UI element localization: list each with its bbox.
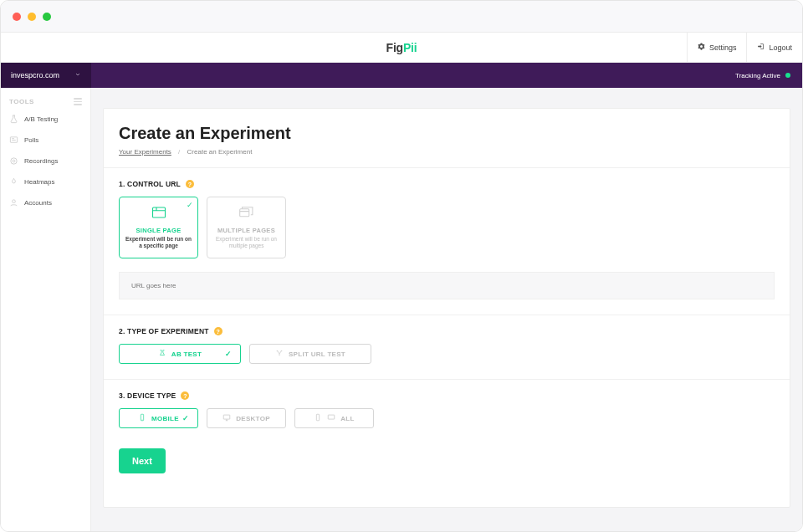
settings-label: Settings: [709, 43, 737, 52]
breadcrumb: Your Experiments / Create an Experiment: [119, 148, 775, 156]
sidebar-item-polls[interactable]: Polls: [1, 130, 90, 151]
option-ab-test[interactable]: AB TEST ✓: [119, 344, 241, 364]
sidebar-heading-label: TOOLS: [9, 98, 34, 105]
header-right: Settings Logout: [687, 33, 802, 63]
option-label: AB TEST: [171, 350, 202, 358]
svg-rect-4: [152, 207, 165, 217]
single-page-icon: [151, 206, 166, 223]
window-titlebar: [1, 1, 802, 33]
logout-label: Logout: [769, 43, 792, 52]
svg-point-2: [13, 160, 15, 162]
svg-rect-9: [329, 415, 335, 419]
check-icon: ✓: [182, 414, 189, 422]
sidebar-item-label: Accounts: [24, 199, 52, 207]
card-title: MULTIPLE PAGES: [217, 227, 275, 234]
help-icon[interactable]: ?: [186, 180, 194, 188]
page-title: Create an Experiment: [119, 124, 775, 143]
chevron-down-icon: [74, 71, 81, 79]
app-header: FigPii Settings Logout: [1, 33, 802, 63]
window-zoom-icon[interactable]: [43, 13, 51, 21]
project-selector[interactable]: invespcro.com: [1, 63, 91, 88]
main-panel: Create an Experiment Your Experiments / …: [103, 108, 790, 508]
card-title: SINGLE PAGE: [136, 227, 181, 234]
mobile-icon: [314, 413, 322, 423]
card-desc: Experiment will be run on multiple pages: [212, 236, 280, 249]
option-mobile[interactable]: MOBILE ✓: [119, 408, 198, 428]
control-url-input[interactable]: [119, 272, 775, 299]
help-icon[interactable]: ?: [214, 327, 222, 335]
record-icon: [9, 156, 18, 166]
sidebar-item-accounts[interactable]: Accounts: [1, 192, 90, 213]
sidebar-item-heatmaps[interactable]: Heatmaps: [1, 171, 90, 192]
option-label: ALL: [340, 415, 354, 422]
breadcrumb-separator: /: [173, 148, 185, 156]
step1-heading: 1. CONTROL URL ?: [119, 180, 775, 188]
svg-rect-5: [239, 209, 248, 217]
settings-button[interactable]: Settings: [687, 33, 747, 63]
sidebar-item-recordings[interactable]: Recordings: [1, 151, 90, 171]
sidebar-item-label: Polls: [24, 136, 38, 144]
option-label: DESKTOP: [236, 415, 270, 422]
app-logo: FigPii: [386, 41, 417, 54]
step-device-type: 3. DEVICE TYPE ? MOBILE ✓ DESKTOP: [104, 380, 790, 428]
step1-heading-label: 1. CONTROL URL: [119, 180, 181, 188]
sidebar-item-label: Heatmaps: [24, 178, 54, 186]
multiple-pages-icon: [239, 206, 254, 223]
poll-icon: [9, 136, 18, 145]
breadcrumb-link-experiments[interactable]: Your Experiments: [119, 148, 171, 156]
panel-header: Create an Experiment Your Experiments / …: [104, 109, 790, 168]
project-name: invespcro.com: [11, 71, 59, 79]
app-body: TOOLS A/B Testing Polls Recordings Heatm…: [1, 88, 802, 531]
sidebar-heading: TOOLS: [1, 95, 90, 109]
tracking-status: Tracking Active: [724, 72, 802, 79]
logo-text-part1: Fig: [386, 41, 403, 54]
logo-text-part2: Pii: [403, 41, 417, 54]
device-type-options: MOBILE ✓ DESKTOP ALL: [119, 408, 775, 428]
next-button[interactable]: Next: [119, 448, 166, 473]
project-bar: invespcro.com Tracking Active: [1, 63, 802, 88]
user-icon: [9, 198, 18, 207]
option-all-devices[interactable]: ALL: [294, 408, 374, 428]
svg-rect-8: [317, 414, 320, 421]
menu-collapse-icon[interactable]: [74, 98, 82, 105]
sidebar-item-ab-testing[interactable]: A/B Testing: [1, 109, 90, 130]
help-icon[interactable]: ?: [181, 391, 189, 400]
sidebar-item-label: A/B Testing: [24, 115, 58, 123]
option-split-url[interactable]: SPLIT URL TEST: [249, 344, 371, 364]
card-single-page[interactable]: ✓ SINGLE PAGE Experiment will be run on …: [119, 197, 198, 258]
heatmap-icon: [9, 177, 18, 187]
svg-point-3: [13, 200, 16, 203]
card-multiple-pages[interactable]: MULTIPLE PAGES Experiment will be run on…: [207, 197, 286, 258]
check-icon: ✓: [225, 350, 232, 358]
check-icon: ✓: [187, 201, 193, 209]
ab-test-icon: [158, 349, 166, 359]
svg-rect-7: [223, 415, 230, 419]
app-window: FigPii Settings Logout invespcro.com: [0, 0, 803, 532]
tracking-label: Tracking Active: [735, 72, 780, 79]
status-dot-icon: [785, 73, 790, 78]
option-desktop[interactable]: DESKTOP: [207, 408, 286, 428]
window-minimize-icon[interactable]: [28, 13, 36, 21]
mobile-icon: [138, 413, 146, 423]
sidebar: TOOLS A/B Testing Polls Recordings Heatm…: [1, 88, 91, 531]
window-close-icon[interactable]: [13, 13, 21, 21]
logout-button[interactable]: Logout: [746, 33, 802, 63]
desktop-icon: [222, 413, 231, 423]
breadcrumb-current: Create an Experiment: [187, 148, 253, 156]
step-control-url: 1. CONTROL URL ? ✓ SINGLE PAGE Experimen…: [104, 168, 790, 315]
step-experiment-type: 2. TYPE OF EXPERIMENT ? AB TEST ✓ SPLIT …: [104, 315, 790, 380]
card-desc: Experiment will be run on a specific pag…: [125, 236, 192, 249]
svg-point-1: [11, 158, 17, 164]
gear-icon: [698, 43, 705, 52]
experiment-type-options: AB TEST ✓ SPLIT URL TEST: [119, 344, 775, 364]
url-scope-cards: ✓ SINGLE PAGE Experiment will be run on …: [119, 197, 775, 258]
logout-icon: [757, 43, 765, 52]
flask-icon: [9, 115, 18, 124]
step2-heading-label: 2. TYPE OF EXPERIMENT: [119, 327, 209, 335]
desktop-icon: [327, 413, 335, 423]
main-content: Create an Experiment Your Experiments / …: [91, 88, 802, 531]
option-label: SPLIT URL TEST: [289, 350, 345, 358]
sidebar-item-label: Recordings: [24, 157, 58, 165]
option-label: MOBILE: [151, 415, 179, 422]
step3-heading: 3. DEVICE TYPE ?: [119, 391, 775, 400]
